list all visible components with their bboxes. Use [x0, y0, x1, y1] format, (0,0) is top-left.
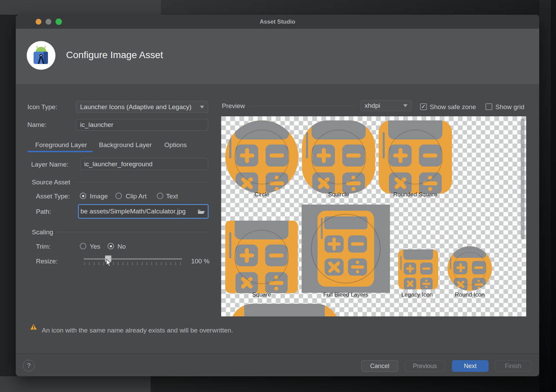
tab-options[interactable]: Options — [164, 141, 187, 149]
tab-foreground-layer[interactable]: Foreground Layer — [35, 141, 87, 149]
preview-canvas[interactable]: Circle Squircle — [221, 116, 526, 316]
icon-type-value: Launcher Icons (Adaptive and Legacy) — [80, 103, 191, 111]
resize-value: 100 % — [188, 258, 210, 264]
show-grid-checkbox[interactable] — [485, 103, 492, 110]
preview-tile-fullbleed — [302, 205, 390, 293]
chevron-down-icon — [403, 104, 407, 107]
asset-type-label: Asset Type: — [36, 193, 70, 199]
preview-tile-label: Rounded Square — [393, 191, 438, 198]
previous-button[interactable]: Previous — [405, 360, 445, 372]
layer-name-input[interactable]: ic_launcher_foreground — [80, 158, 208, 170]
backdrop-bottom-right — [151, 376, 556, 392]
window-title: Asset Studio — [16, 18, 539, 25]
resize-slider-track[interactable] — [84, 258, 182, 260]
preview-tile-partial — [230, 304, 339, 316]
page-title: Configure Image Asset — [66, 50, 163, 61]
show-grid-label: Show grid — [495, 104, 525, 110]
active-tab-indicator — [27, 151, 93, 152]
preview-tile-legacy — [398, 249, 438, 289]
warning-text: An icon with the same name already exist… — [42, 327, 233, 334]
preview-divider — [250, 106, 354, 106]
asset-studio-dialog: Asset Studio Configure Image Asset Icon … — [16, 15, 539, 376]
finish-button[interactable]: Finish — [495, 360, 531, 372]
asset-type-radio-clipart[interactable] — [115, 193, 122, 199]
show-safe-zone-checkbox[interactable]: ✓ — [420, 103, 427, 110]
icon-type-select[interactable]: Launcher Icons (Adaptive and Legacy) — [76, 101, 208, 113]
preview-label: Preview — [222, 103, 245, 109]
footer-divider — [16, 354, 539, 354]
name-value: ic_launcher — [80, 121, 113, 129]
preview-tile-label: Squircle — [328, 191, 349, 198]
trim-no-label: No — [117, 243, 126, 250]
warning-icon — [30, 324, 37, 331]
preview-tile-rounded — [379, 120, 452, 194]
preview-tile-label: Square — [252, 291, 271, 298]
titlebar[interactable]: Asset Studio — [16, 15, 539, 29]
trim-radio-yes[interactable] — [80, 243, 86, 249]
trim-radio-no[interactable] — [108, 243, 114, 249]
scaling-header: Scaling — [32, 229, 53, 235]
preview-tile-label: Full Bleed Layers — [323, 291, 368, 298]
density-select[interactable]: xhdpi — [361, 100, 412, 111]
tab-background-layer[interactable]: Background Layer — [99, 141, 152, 149]
dialog-header: Configure Image Asset — [16, 29, 539, 85]
android-studio-logo-icon — [27, 41, 55, 70]
path-label: Path: — [36, 208, 51, 215]
backdrop-right-band — [551, 0, 556, 392]
preview-tile-round — [447, 246, 492, 291]
mouse-cursor — [106, 259, 112, 269]
layer-name-label: Layer Name: — [31, 161, 68, 168]
scaling-divider — [56, 232, 208, 232]
asset-type-radio-text[interactable] — [157, 193, 163, 199]
backdrop-top-left — [0, 0, 161, 15]
folder-icon[interactable] — [198, 209, 205, 214]
name-input[interactable]: ic_launcher — [76, 119, 208, 131]
backdrop-top-right — [161, 0, 556, 15]
resize-slider-ticks — [84, 262, 181, 265]
backdrop-bottom-left — [0, 376, 151, 392]
source-asset-header: Source Asset — [32, 179, 70, 185]
trim-yes-label: Yes — [90, 243, 100, 250]
preview-tile-label: Circle — [254, 191, 269, 198]
asset-type-radio-image[interactable] — [80, 193, 86, 199]
resize-label: Resize: — [36, 258, 58, 264]
next-button[interactable]: Next — [452, 360, 489, 372]
chevron-down-icon — [200, 106, 204, 108]
preview-tile-square — [225, 221, 298, 293]
show-safe-zone-label: Show safe zone — [430, 104, 476, 110]
asset-type-clipart-label: Clip Art — [126, 193, 147, 199]
trim-label: Trim: — [36, 243, 51, 250]
path-input[interactable]: be assets/SimpleMath/Calculator.jpg — [78, 205, 208, 218]
preview-scrollbar[interactable] — [521, 118, 525, 239]
preview-tile-circle — [225, 120, 299, 194]
density-value: xhdpi — [365, 102, 380, 109]
asset-type-image-label: Image — [90, 193, 108, 199]
preview-tile-label: Round Icon — [455, 291, 485, 298]
asset-type-text-label: Text — [166, 193, 178, 199]
source-asset-divider — [76, 182, 208, 182]
name-label: Name: — [27, 121, 47, 128]
preview-tile-squircle — [302, 120, 375, 194]
icon-type-label: Icon Type: — [27, 104, 57, 110]
preview-tile-label: Legacy Icon — [401, 291, 433, 298]
help-button[interactable]: ? — [23, 360, 35, 371]
cancel-button[interactable]: Cancel — [361, 360, 398, 372]
path-value: be assets/SimpleMath/Calculator.jpg — [80, 208, 198, 215]
layer-name-value: ic_launcher_foreground — [84, 160, 153, 168]
